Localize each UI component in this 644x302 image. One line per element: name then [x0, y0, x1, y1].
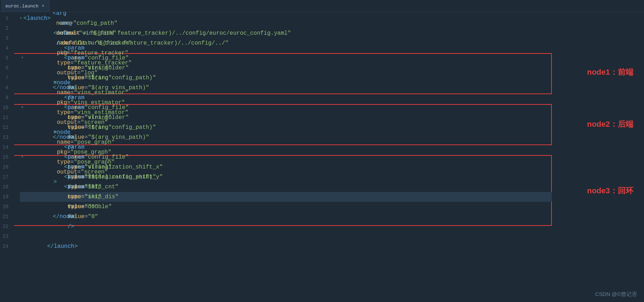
gutter-line-13: 13 [2, 132, 11, 142]
gutter-line-16: 16 [2, 162, 11, 172]
gutter-line-14: 14 [2, 142, 11, 152]
collapse-10[interactable] [21, 103, 23, 113]
collapse-15[interactable] [21, 152, 23, 162]
code-line-22 [20, 222, 552, 232]
tab-bar: euroc.launch × [0, 0, 644, 12]
node3-label: node3：回环 [587, 186, 633, 196]
gutter-line-23: 23 [2, 232, 11, 241]
gutter-line-8: 8 [6, 83, 11, 93]
gutter-line-4: 4 [6, 43, 11, 53]
gutter-line-19: 19 [2, 192, 11, 202]
code-line-24: </launch> [20, 241, 552, 251]
gutter-line-24: 24 [2, 241, 11, 251]
gutter-line-20: 20 [2, 202, 11, 212]
code-line-20: <param name="skip_dis" type="double" val… [20, 202, 552, 212]
gutter-line-21: 21 [2, 212, 11, 222]
gutter-line-12: 12 [2, 122, 11, 132]
code-line-23 [20, 232, 552, 241]
gutter-line-6: 6 [6, 63, 11, 73]
gutter-line-17: 17 [2, 172, 11, 182]
node2-label: node2：后端 [587, 119, 633, 130]
node1-label: node1：前端 [587, 67, 633, 78]
gutter-line-7: 7 [6, 73, 11, 83]
editor: 123456789101112131415161718192021222324 … [0, 12, 644, 302]
collapse-5[interactable] [21, 53, 23, 63]
gutter-line-3: 3 [6, 33, 11, 43]
code-line-21: </node> [20, 212, 552, 222]
tab-filename: euroc.launch [5, 4, 39, 9]
watermark: CSDN @©曾记否 [595, 291, 637, 298]
gutter-line-22: 22 [2, 222, 11, 232]
gutter-line-9: 9 [6, 93, 11, 103]
tab-close-button[interactable]: × [41, 4, 46, 8]
gutter-line-10: 10 [2, 103, 11, 113]
gutter-line-18: 18 [2, 182, 11, 192]
tab-euroc-launch[interactable]: euroc.launch × [1, 0, 50, 12]
gutter-line-11: 11 [2, 113, 11, 122]
gutter-line-2: 2 [6, 23, 11, 33]
line-numbers: 123456789101112131415161718192021222324 [0, 12, 14, 302]
code-area[interactable]: <launch> <arg name="config_path" default… [14, 12, 552, 302]
collapse-1[interactable] [20, 13, 22, 23]
gutter-line-5: 5 [6, 53, 11, 63]
annotations-panel: node1：前端 node2：后端 node3：回环 [552, 12, 644, 302]
gutter-line-1: 1 [6, 13, 11, 23]
gutter-line-15: 15 [2, 152, 11, 162]
